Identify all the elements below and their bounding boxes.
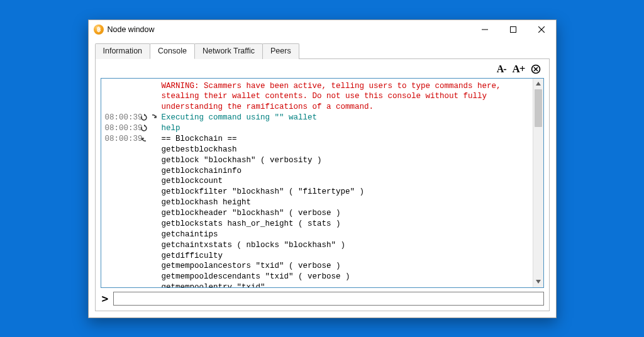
window-body: Information Console Network Traffic Peer… [89, 39, 556, 318]
chevron-up-icon [536, 82, 541, 86]
warning-text: WARNING: Scammers have been active, tell… [162, 81, 530, 113]
prompt-indicator-icon: > [101, 293, 110, 304]
console-row: 08:00:39 == Blockchain == getbestblockha… [104, 134, 530, 287]
timestamp: 08:00:39 [104, 123, 140, 134]
svg-marker-7 [536, 82, 541, 86]
scroll-thumb[interactable] [535, 89, 542, 127]
font-decrease-button[interactable]: A- [496, 64, 508, 75]
clear-console-button[interactable] [530, 64, 541, 75]
maximize-icon [510, 26, 516, 33]
reload-icon [140, 113, 148, 121]
close-button[interactable] [528, 20, 556, 39]
row-icons [140, 134, 162, 143]
app-icon: ฿ [94, 25, 104, 35]
console-output-frame: WARNING: Scammers have been active, tell… [101, 78, 544, 288]
svg-marker-8 [536, 280, 541, 284]
font-increase-button[interactable]: A+ [511, 63, 526, 75]
clear-icon [531, 64, 541, 74]
console-text: help [162, 123, 530, 134]
tab-information[interactable]: Information [95, 43, 151, 59]
row-icons [140, 81, 162, 82]
svg-rect-1 [511, 26, 516, 32]
tab-label: Network Traffic [203, 47, 255, 55]
minimize-button[interactable] [471, 20, 499, 39]
timestamp: 08:00:39 [104, 134, 140, 145]
console-toolbar: A- A+ [101, 63, 544, 78]
row-icons [140, 123, 162, 132]
console-warning-row: WARNING: Scammers have been active, tell… [104, 81, 530, 113]
tab-label: Peers [270, 47, 291, 55]
minimize-icon [482, 26, 488, 33]
console-output[interactable]: WARNING: Scammers have been active, tell… [101, 79, 533, 287]
app-window: ฿ Node window Information Console Networ… [88, 19, 557, 318]
reload-icon [140, 124, 148, 132]
tab-console[interactable]: Console [150, 43, 195, 59]
window-controls [471, 20, 556, 39]
tab-label: Console [158, 47, 187, 55]
close-icon [538, 26, 545, 33]
tab-network-traffic[interactable]: Network Traffic [194, 43, 263, 59]
vertical-scrollbar[interactable] [533, 79, 543, 287]
tab-peers[interactable]: Peers [262, 43, 299, 59]
console-input[interactable] [113, 292, 543, 306]
titlebar: ฿ Node window [89, 20, 556, 39]
console-row: 08:00:39 Executing command using "" wall… [104, 113, 530, 123]
scroll-up-button[interactable] [533, 79, 543, 89]
maximize-button[interactable] [499, 20, 528, 39]
tabbar: Information Console Network Traffic Peer… [95, 43, 550, 58]
receive-icon [140, 135, 148, 143]
console-prompt: > [101, 292, 544, 306]
send-icon [150, 113, 158, 121]
console-panel: A- A+ WARNING: Scammers have been activ [95, 58, 550, 311]
timestamp: 08:00:39 [104, 113, 140, 123]
chevron-down-icon [536, 280, 541, 284]
console-text: == Blockchain == getbestblockhash getblo… [162, 134, 530, 287]
scroll-track[interactable] [533, 89, 543, 277]
tab-label: Information [103, 47, 143, 55]
window-title: Node window [108, 25, 155, 34]
row-icons [140, 113, 162, 121]
console-row: 08:00:39 help [104, 123, 530, 134]
scroll-down-button[interactable] [533, 277, 543, 287]
console-text: Executing command using "" wallet [162, 113, 530, 123]
